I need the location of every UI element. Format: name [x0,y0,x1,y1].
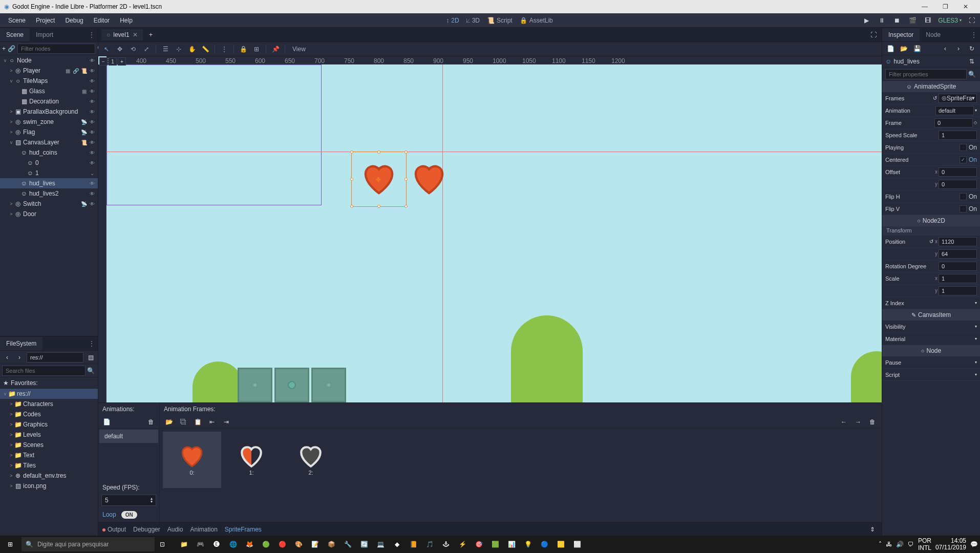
menu-project[interactable]: Project [31,15,60,26]
taskbar-app-icon[interactable]: 🎮 [193,537,208,552]
taskbar-app-icon[interactable]: 🎨 [291,537,306,552]
tree-node[interactable]: ☺ hud_coins 👁 [0,147,98,158]
taskbar-app-icon[interactable]: 🔵 [537,537,552,552]
snap-options[interactable]: ⋮ [219,44,229,54]
bone-tool[interactable]: 📌 [270,44,281,54]
filesystem-item[interactable]: > 📁 Characters [0,399,98,409]
move-tool[interactable]: ✥ [115,44,125,54]
tree-node[interactable]: v ▨ CanvasLayer 📜👁 [0,137,98,147]
prop-flipv-checkbox[interactable] [960,205,967,212]
taskbar-app-icon[interactable]: 📦 [324,537,339,552]
tree-node[interactable]: > ▣ ParallaxBackground 👁 [0,107,98,117]
menu-editor[interactable]: Editor [89,15,115,26]
taskbar-app-icon[interactable]: 🦊 [242,537,257,552]
path-back-button[interactable]: ‹ [2,352,12,363]
tray-chevron-icon[interactable]: ˄ [879,541,882,548]
taskbar-app-icon[interactable]: 💡 [520,537,536,552]
taskbar-app-icon[interactable]: 🔴 [274,537,290,552]
tray-network-icon[interactable]: 🖧 [886,541,892,548]
filesystem-item[interactable]: > ⊕ default_env.tres [0,471,98,481]
prop-frame-value[interactable]: 0 [934,118,973,127]
taskbar-app-icon[interactable]: 🌐 [225,537,241,552]
tab-filesystem[interactable]: FileSystem [0,337,42,350]
mode-script[interactable]: 📜 Script [487,17,513,24]
save-resource-button[interactable]: 💾 [912,44,922,54]
speed-input[interactable]: 5 ▴▾ [101,495,156,506]
taskbar-app-icon[interactable]: 🟨 [553,537,568,552]
taskbar-app-icon[interactable]: 🔄 [356,537,372,552]
frame-0[interactable]: 0: [163,432,221,488]
tab-inspector[interactable]: Inspector [882,28,920,41]
mode-2d[interactable]: ↕ 2D [446,17,459,24]
view-mode-button[interactable]: ▤ [86,352,96,363]
class-animatedsprite[interactable]: ☺ AnimatedSprite [882,81,980,92]
load-resource-button[interactable]: 📂 [899,44,909,54]
panel-menu-icon[interactable]: ⋮ [86,31,98,38]
tab-output[interactable]: Output [102,526,126,533]
tree-node[interactable]: > ◎ swim_zone 📡👁 [0,117,98,127]
select-tool[interactable]: ↖ [101,44,112,54]
prop-animation-value[interactable]: default [935,106,974,115]
history-menu-button[interactable]: ↻ [967,44,977,54]
tree-node[interactable]: ☺ 1 ⌄ [0,168,98,178]
taskbar-app-icon[interactable]: 💻 [373,537,388,552]
filesystem-item[interactable]: > 📁 Codes [0,409,98,419]
filesystem-item[interactable]: > ▧ icon.png [0,481,98,491]
new-tab-button[interactable]: + [146,30,156,40]
taskbar-app-icon[interactable]: 🟢 [258,537,273,552]
filesystem-item[interactable]: v 📁 res:// [0,389,98,399]
lock-button[interactable]: 🔒 [238,44,248,54]
history-back-button[interactable]: ‹ [940,44,950,54]
play-button[interactable]: ▶ [861,15,871,26]
prop-fliph-checkbox[interactable] [960,193,967,200]
filesystem-item[interactable]: > 📁 Tiles [0,460,98,471]
load-frame-button[interactable]: 📂 [164,417,174,427]
path-forward-button[interactable]: › [14,352,25,363]
filesystem-item[interactable]: > 📁 Scenes [0,440,98,450]
expand-bottom-button[interactable]: ⇕ [867,524,878,535]
tree-node[interactable]: ▦ Glass ▦👁 [0,86,98,96]
distraction-free-button[interactable]: ⛶ [967,15,977,26]
prop-centered-checkbox[interactable]: ✓ [960,156,967,163]
prop-visibility[interactable]: Visibility [885,324,975,330]
insert-empty-before[interactable]: ⇤ [207,417,217,427]
filter-search-icon[interactable]: 🔍 [967,69,977,79]
filesystem-item[interactable]: > 📁 Graphics [0,419,98,430]
search-files-input[interactable] [2,366,86,376]
section-transform[interactable]: Transform [882,226,980,236]
pan-tool[interactable]: ✋ [187,44,197,54]
prop-script[interactable]: Script [885,372,975,378]
frame-2[interactable]: 2: [282,432,340,488]
prop-material[interactable]: Material [885,336,975,342]
taskbar-app-icon[interactable]: 🟩 [487,537,503,552]
prop-rotation-value[interactable]: 0 [939,262,977,271]
tree-node[interactable]: > ◎ Door [0,209,98,219]
prop-scale-x[interactable]: 1 [939,274,977,283]
prop-frames-value[interactable]: ◎ SpriteFra ▾ [939,94,977,103]
tree-node[interactable]: ▦ Decoration 👁 [0,96,98,107]
class-node[interactable]: ○ Node [882,345,980,356]
prop-offset-x[interactable]: 0 [939,167,977,177]
tree-node[interactable]: ☺ 0 👁 [0,158,98,168]
delete-frame-button[interactable]: 🗑 [867,417,878,427]
path-field[interactable]: res:// [27,352,83,363]
expand-viewport-button[interactable]: ⛶ [868,30,879,40]
prop-pause[interactable]: Pause [885,359,975,366]
animation-item[interactable]: default [99,430,158,443]
minimize-button[interactable]: — [914,0,935,13]
tray-lang[interactable]: POR [918,537,931,544]
taskbar-search[interactable]: 🔍 Digite aqui para pesquisar [22,537,155,551]
mode-assetlib[interactable]: 🔒 AssetLib [520,17,553,24]
tray-volume-icon[interactable]: 🔊 [896,541,904,548]
play-custom-button[interactable]: 🎞 [923,15,933,26]
tab-audio[interactable]: Audio [167,526,183,533]
tab-scene[interactable]: Scene [0,28,30,41]
menu-help[interactable]: Help [115,15,138,26]
paste-frame-button[interactable]: 📋 [193,417,203,427]
group-button[interactable]: ⊞ [251,44,262,54]
pause-button[interactable]: ⏸ [877,15,887,26]
close-tab-icon[interactable]: ✕ [133,31,138,38]
taskbar-app-icon[interactable]: 🔧 [340,537,355,552]
ruler-tool[interactable]: 📏 [200,44,210,54]
view-menu[interactable]: View [289,44,309,54]
